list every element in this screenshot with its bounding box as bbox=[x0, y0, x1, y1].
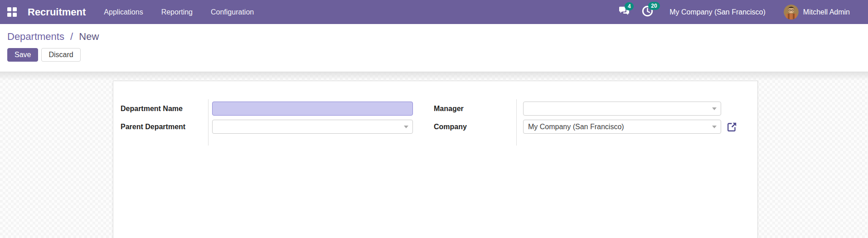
form-fields-group: Department Name Parent Department bbox=[121, 102, 750, 134]
save-button[interactable]: Save bbox=[7, 48, 38, 62]
company-cell bbox=[523, 120, 737, 134]
main-menus: Applications Reporting Configuration bbox=[104, 8, 254, 16]
field-row-department-name: Department Name bbox=[121, 102, 413, 116]
menu-configuration[interactable]: Configuration bbox=[211, 8, 254, 16]
breadcrumb-separator: / bbox=[70, 31, 73, 42]
company-switcher[interactable]: My Company (San Francisco) bbox=[669, 8, 766, 16]
company-label: Company bbox=[434, 123, 516, 131]
manager-label: Manager bbox=[434, 105, 516, 113]
form-action-buttons: Save Discard bbox=[7, 48, 861, 62]
company-dropdown bbox=[523, 120, 721, 134]
control-panel: Departments / New Save Discard bbox=[0, 24, 868, 72]
menu-applications[interactable]: Applications bbox=[104, 8, 143, 16]
apps-grid-square bbox=[13, 13, 17, 17]
messages-button[interactable]: 4 bbox=[618, 6, 630, 19]
chevron-down-icon[interactable] bbox=[712, 126, 717, 128]
company-input[interactable] bbox=[523, 120, 721, 134]
apps-grid-square bbox=[7, 13, 11, 17]
apps-grid-square bbox=[7, 7, 11, 11]
app-title[interactable]: Recruitment bbox=[28, 6, 86, 18]
user-name: Mitchell Admin bbox=[803, 8, 850, 16]
manager-cell bbox=[523, 102, 721, 116]
messages-count-badge: 4 bbox=[625, 2, 634, 10]
field-row-company: Company bbox=[434, 120, 737, 134]
discard-button[interactable]: Discard bbox=[41, 48, 80, 62]
chevron-down-icon[interactable] bbox=[404, 126, 408, 128]
breadcrumb-current: New bbox=[79, 31, 99, 42]
avatar bbox=[784, 5, 799, 19]
department-name-cell bbox=[212, 102, 413, 116]
chevron-down-icon[interactable] bbox=[712, 107, 717, 110]
systray: 4 20 My Company (San Francisco) bbox=[606, 5, 850, 19]
parent-department-cell bbox=[212, 120, 413, 134]
manager-input[interactable] bbox=[523, 102, 721, 116]
department-name-label: Department Name bbox=[121, 105, 208, 113]
menu-reporting[interactable]: Reporting bbox=[161, 8, 193, 16]
user-menu[interactable]: Mitchell Admin bbox=[784, 5, 850, 19]
form-sheet: Department Name Parent Department bbox=[113, 81, 758, 238]
breadcrumb: Departments / New bbox=[7, 31, 861, 43]
department-name-input[interactable] bbox=[212, 102, 413, 116]
form-group-right: Manager Company bbox=[434, 102, 737, 134]
apps-grid-square bbox=[13, 7, 17, 11]
breadcrumb-departments-link[interactable]: Departments bbox=[7, 31, 64, 42]
content-area: Department Name Parent Department bbox=[0, 72, 868, 238]
apps-grid-icon[interactable] bbox=[7, 7, 17, 17]
parent-department-input[interactable] bbox=[212, 120, 413, 134]
external-link-icon[interactable] bbox=[727, 121, 737, 132]
parent-department-dropdown bbox=[212, 120, 413, 134]
activities-count-badge: 20 bbox=[648, 2, 659, 10]
top-navbar: Recruitment Applications Reporting Confi… bbox=[0, 0, 868, 24]
form-group-left: Department Name Parent Department bbox=[121, 102, 413, 134]
parent-department-label: Parent Department bbox=[121, 123, 208, 131]
field-row-parent-department: Parent Department bbox=[121, 120, 413, 134]
manager-dropdown bbox=[523, 102, 721, 116]
field-row-manager: Manager bbox=[434, 102, 737, 116]
activities-button[interactable]: 20 bbox=[642, 5, 653, 19]
